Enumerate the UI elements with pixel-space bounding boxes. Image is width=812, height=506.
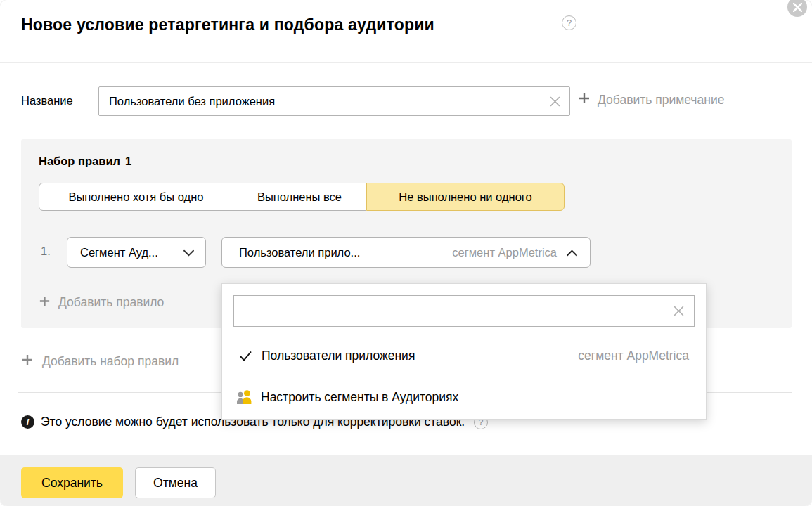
rule-set-number: 1 [125, 155, 131, 167]
segment-search-input[interactable] [233, 295, 695, 327]
match-none-button[interactable]: Не выполнено ни одного [366, 183, 565, 211]
dropdown-item-configure-segments[interactable]: Настроить сегменты в Аудиториях [222, 375, 706, 420]
rule-type-select[interactable]: Сегмент Ауд... [67, 237, 206, 268]
rule-set-title-text: Набор правил [39, 155, 120, 167]
name-input[interactable] [98, 86, 570, 116]
cancel-button[interactable]: Отмена [135, 467, 216, 498]
match-all-button[interactable]: Выполнены все [233, 183, 366, 211]
title-help-icon[interactable]: ? [562, 15, 576, 30]
save-button[interactable]: Сохранить [21, 467, 123, 498]
clear-search-icon[interactable] [669, 301, 688, 320]
header-divider [0, 62, 812, 63]
segment-select-hint: сегмент AppMetrica [452, 246, 567, 259]
check-icon [239, 351, 253, 362]
add-note-label: Добавить примечание [598, 93, 724, 108]
plus-icon [39, 295, 51, 310]
rule-set-title: Набор правил1 [39, 155, 131, 168]
match-mode-segmented-control: Выполнено хотя бы одно Выполнены все Не … [39, 183, 565, 211]
clear-name-icon[interactable] [546, 92, 564, 110]
segment-dropdown-popup: Пользователи приложения сегмент AppMetri… [221, 283, 707, 420]
match-any-button[interactable]: Выполнено хотя бы одно [39, 183, 233, 211]
plus-icon [578, 92, 591, 108]
add-note-button[interactable]: Добавить примечание [578, 92, 724, 108]
add-rule-label: Добавить правило [58, 295, 164, 310]
dropdown-item-app-users[interactable]: Пользователи приложения сегмент AppMetri… [222, 337, 706, 375]
dropdown-item-label: Пользователи приложения [262, 349, 415, 363]
add-rule-set-button[interactable]: Добавить набор правил [21, 353, 179, 369]
name-label: Название [21, 94, 73, 108]
retargeting-condition-dialog: Новое условие ретаргетинга и подбора ауд… [0, 0, 812, 506]
chevron-up-icon [567, 246, 577, 259]
rule-index: 1. [41, 245, 51, 258]
add-rule-set-label: Добавить набор правил [42, 354, 179, 369]
dropdown-item-hint: сегмент AppMetrica [578, 349, 689, 363]
add-rule-button[interactable]: Добавить правило [39, 295, 164, 310]
info-icon: i [21, 415, 34, 429]
close-icon[interactable] [787, 0, 807, 17]
plus-icon [21, 353, 34, 369]
segment-select[interactable]: Пользователи прило... сегмент AppMetrica [221, 237, 591, 268]
segment-select-value: Пользователи прило... [239, 246, 360, 259]
rule-type-value: Сегмент Ауд... [80, 246, 158, 259]
page-title: Новое условие ретаргетинга и подбора ауд… [21, 15, 434, 34]
footer-bar: Сохранить Отмена [0, 455, 812, 506]
dropdown-item-label: Настроить сегменты в Аудиториях [261, 390, 458, 405]
audience-logo-icon [236, 389, 253, 406]
chevron-down-icon [183, 246, 194, 259]
